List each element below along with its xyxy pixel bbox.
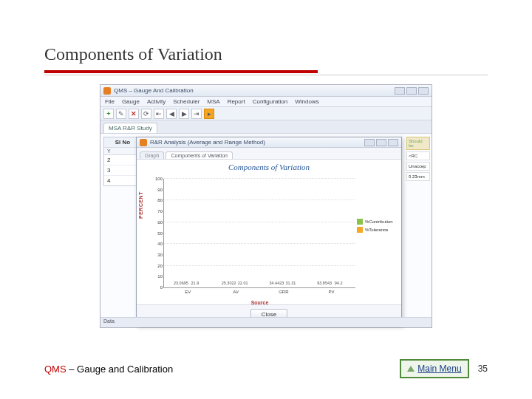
app-window: QMS – Gauge And Calibration File Gauge A…: [100, 84, 432, 328]
statusbar: Data: [100, 317, 432, 327]
bar-value: 25.3022: [222, 281, 236, 285]
action-button[interactable]: ▸: [204, 109, 214, 119]
legend-swatch-icon: [357, 227, 363, 233]
next-button[interactable]: ▶: [179, 109, 189, 119]
maximize-button[interactable]: [406, 87, 417, 95]
menu-configuration[interactable]: Configuration: [253, 98, 288, 105]
y-tick: 0: [151, 285, 164, 290]
y-tick: 30: [151, 253, 164, 257]
dialog-window-controls: [364, 139, 398, 146]
app-icon: [103, 87, 111, 95]
dialog-tabstrip: Graph Components of Variation: [137, 148, 401, 160]
minimize-button[interactable]: [395, 87, 405, 95]
dialog-title: R&R Analysis (Average and Range Method): [150, 139, 364, 146]
refresh-button[interactable]: ⟳: [141, 109, 151, 119]
footer-app-name: QMS: [44, 364, 66, 375]
bar-value: 21.9: [191, 281, 200, 285]
menubar: File Gauge Activity Scheduler MSA Report…: [100, 97, 432, 107]
y-tick: 20: [151, 264, 164, 268]
right-panel-item: 0.23mm: [406, 172, 430, 181]
add-button[interactable]: +: [103, 109, 114, 119]
bar-value: 94.2: [335, 281, 343, 285]
legend-label: %Contribution: [365, 219, 393, 224]
chart-title: Components of Variation: [137, 160, 401, 174]
right-panel-item: Unaccep: [406, 162, 430, 171]
x-tick: PV: [329, 287, 335, 294]
prev-button[interactable]: ◀: [166, 109, 177, 119]
x-axis-label: Source: [251, 300, 269, 305]
app-titlebar: QMS – Gauge And Calibration: [100, 85, 432, 97]
close-button[interactable]: [418, 87, 429, 95]
y-axis-label: PERCENT: [138, 191, 143, 219]
bar-value: 34.4423: [269, 281, 284, 285]
y-tick: 60: [151, 220, 164, 225]
page-title: Components of Variation: [44, 44, 488, 64]
dialog-titlebar: R&R Analysis (Average and Range Method): [137, 137, 401, 148]
bar-value: 23.0695: [174, 281, 188, 285]
legend: %Contribution %Tolerance: [357, 219, 398, 235]
y-tick: 100: [151, 177, 164, 181]
app-body: Sl No Y 2 3 4 Should be <RC Unaccep 0.23…: [100, 134, 432, 317]
menu-file[interactable]: File: [105, 98, 115, 105]
tab-graph[interactable]: Graph: [140, 151, 164, 159]
app-title: QMS – Gauge And Calibration: [114, 87, 395, 94]
tab-msa-rr-study[interactable]: MSA R&R Study: [103, 123, 157, 133]
x-tick: AV: [233, 287, 239, 294]
dialog-maximize-button[interactable]: [376, 139, 386, 146]
bar-value: 22.01: [238, 281, 248, 285]
dialog-icon: [140, 139, 147, 146]
main-menu-label: Main Menu: [417, 364, 461, 374]
dialog-minimize-button[interactable]: [364, 139, 375, 146]
first-button[interactable]: ⇤: [154, 109, 164, 119]
y-tick: 50: [151, 231, 164, 236]
edit-button[interactable]: ✎: [116, 109, 126, 119]
menu-scheduler[interactable]: Scheduler: [173, 98, 200, 105]
chart-area: Components of Variation PERCENT 0 10 20 …: [137, 160, 401, 304]
bar-value: 31.31: [285, 281, 296, 285]
menu-report[interactable]: Report: [228, 98, 245, 105]
delete-button[interactable]: ✕: [129, 109, 139, 119]
menu-activity[interactable]: Activity: [147, 98, 166, 105]
menu-msa[interactable]: MSA: [207, 98, 219, 105]
menu-gauge[interactable]: Gauge: [122, 98, 140, 105]
slide-footer: QMS – Gauge and Calibration Main Menu 35: [44, 359, 488, 378]
y-tick: 80: [151, 198, 164, 202]
legend-item-tolerance: %Tolerance: [357, 227, 398, 233]
footer-rest: – Gauge and Calibration: [66, 364, 174, 375]
app-tabstrip: MSA R&R Study: [100, 120, 432, 134]
title-rule: [44, 70, 318, 73]
page-number: 35: [478, 364, 488, 374]
right-panel-header: Should be: [406, 137, 430, 150]
legend-item-contribution: %Contribution: [357, 219, 398, 225]
bar-value: 93.8543: [317, 281, 332, 285]
bars-container: 23.0695 21.9 EV 25.3022 22.01 AV 34.4423: [164, 179, 355, 287]
tab-components-of-variation[interactable]: Components of Variation: [166, 151, 233, 159]
window-controls: [395, 87, 429, 95]
legend-label: %Tolerance: [365, 228, 388, 232]
y-tick: 40: [151, 242, 164, 246]
chart-dialog: R&R Analysis (Average and Range Method) …: [136, 137, 402, 326]
right-panel-item: <RC: [406, 151, 430, 160]
toolbar: + ✎ ✕ ⟳ ⇤ ◀ ▶ ⇥ ▸: [100, 107, 432, 120]
y-tick: 10: [151, 274, 164, 279]
y-tick: 70: [151, 209, 164, 214]
footer-label: QMS – Gauge and Calibration: [44, 364, 173, 375]
x-tick: EV: [185, 287, 191, 294]
x-tick: GRR: [279, 287, 288, 294]
plot-area: 0 10 20 30 40 50 60 70 80 90 100: [163, 179, 355, 288]
y-tick: 90: [151, 188, 164, 192]
dialog-close-button[interactable]: [388, 139, 398, 146]
legend-swatch-icon: [357, 219, 363, 225]
up-arrow-icon: [407, 366, 415, 372]
main-menu-button[interactable]: Main Menu: [400, 359, 468, 378]
menu-windows[interactable]: Windows: [295, 98, 318, 105]
last-button[interactable]: ⇥: [191, 109, 202, 119]
title-subrule: [44, 75, 488, 75]
right-panel: Should be <RC Unaccep 0.23mm: [406, 135, 430, 181]
